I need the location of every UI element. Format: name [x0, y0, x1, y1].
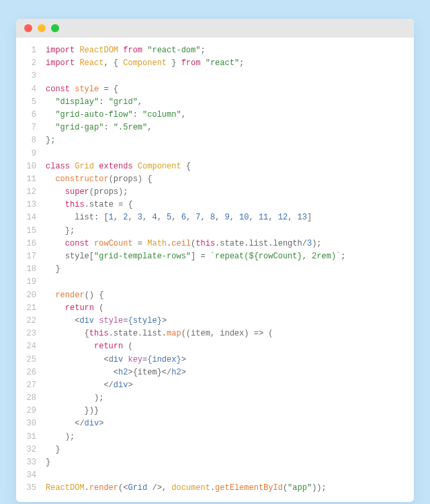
line-number: 24	[20, 340, 36, 353]
code-line: "grid-gap": ".5rem",	[46, 121, 404, 134]
code-line: <div style={style}>	[46, 315, 404, 327]
line-number-gutter: 1234567891011121314151617181920212223242…	[16, 38, 43, 502]
line-number: 29	[20, 405, 36, 417]
line-number: 17	[20, 250, 36, 263]
line-number: 8	[20, 134, 36, 147]
line-number: 7	[20, 121, 36, 134]
code-line: </div>	[46, 417, 404, 430]
line-number: 12	[20, 186, 36, 199]
code-line	[46, 70, 404, 83]
code-line: list: [1, 2, 3, 4, 5, 6, 7, 8, 9, 10, 11…	[46, 211, 404, 224]
line-number: 2	[20, 57, 36, 70]
code-line	[46, 148, 404, 160]
line-number: 28	[20, 392, 36, 405]
line-number: 34	[20, 469, 36, 482]
code-line: };	[46, 225, 404, 238]
line-number: 10	[20, 160, 36, 173]
code-line: "display": "grid",	[46, 96, 404, 109]
line-number: 18	[20, 263, 36, 276]
code-line: <div key={index}>	[46, 354, 404, 366]
line-number: 16	[20, 238, 36, 250]
code-line: }	[46, 456, 404, 469]
code-line: style["grid-template-rows"] = `repeat(${…	[46, 250, 404, 263]
line-number: 30	[20, 417, 36, 430]
code-line	[46, 276, 404, 289]
line-number: 20	[20, 289, 36, 302]
line-number: 35	[20, 482, 36, 495]
close-icon[interactable]	[24, 24, 32, 32]
line-number: 25	[20, 354, 36, 366]
code-line: constructor(props) {	[46, 173, 404, 186]
code-line: {this.state.list.map((item, index) => (	[46, 327, 404, 340]
code-line: </div>	[46, 379, 404, 392]
code-line	[46, 469, 404, 482]
window-titlebar	[16, 19, 414, 38]
code-line: super(props);	[46, 186, 404, 199]
code-line: this.state = {	[46, 199, 404, 211]
line-number: 21	[20, 302, 36, 315]
code-line: render() {	[46, 289, 404, 302]
line-number: 3	[20, 70, 36, 83]
code-line: const style = {	[46, 83, 404, 96]
line-number: 27	[20, 379, 36, 392]
code-line: return (	[46, 340, 404, 353]
code-line: import ReactDOM from "react-dom";	[46, 44, 404, 57]
line-number: 33	[20, 456, 36, 469]
code-editor: 1234567891011121314151617181920212223242…	[16, 38, 414, 502]
code-line: "grid-auto-flow": "column",	[46, 109, 404, 121]
editor-window: 1234567891011121314151617181920212223242…	[16, 19, 414, 502]
line-number: 11	[20, 173, 36, 186]
line-number: 32	[20, 444, 36, 456]
code-line: })}	[46, 405, 404, 417]
line-number: 31	[20, 431, 36, 444]
line-number: 6	[20, 109, 36, 121]
line-number: 9	[20, 148, 36, 160]
code-line: const rowCount = Math.ceil(this.state.li…	[46, 238, 404, 250]
code-line: };	[46, 134, 404, 147]
code-content: import ReactDOM from "react-dom";import …	[43, 38, 414, 502]
line-number: 23	[20, 327, 36, 340]
code-line: import React, { Component } from "react"…	[46, 57, 404, 70]
code-line: return (	[46, 302, 404, 315]
line-number: 13	[20, 199, 36, 211]
line-number: 1	[20, 44, 36, 57]
code-line: );	[46, 431, 404, 444]
line-number: 14	[20, 211, 36, 224]
code-line: }	[46, 444, 404, 456]
code-line: <h2>{item}</h2>	[46, 366, 404, 379]
line-number: 26	[20, 366, 36, 379]
line-number: 5	[20, 96, 36, 109]
code-line: }	[46, 263, 404, 276]
line-number: 22	[20, 315, 36, 327]
code-line: ReactDOM.render(<Grid />, document.getEl…	[46, 482, 404, 495]
line-number: 4	[20, 83, 36, 96]
line-number: 19	[20, 276, 36, 289]
code-line: class Grid extends Component {	[46, 160, 404, 173]
minimize-icon[interactable]	[38, 24, 46, 32]
line-number: 15	[20, 225, 36, 238]
code-line: );	[46, 392, 404, 405]
maximize-icon[interactable]	[51, 24, 59, 32]
